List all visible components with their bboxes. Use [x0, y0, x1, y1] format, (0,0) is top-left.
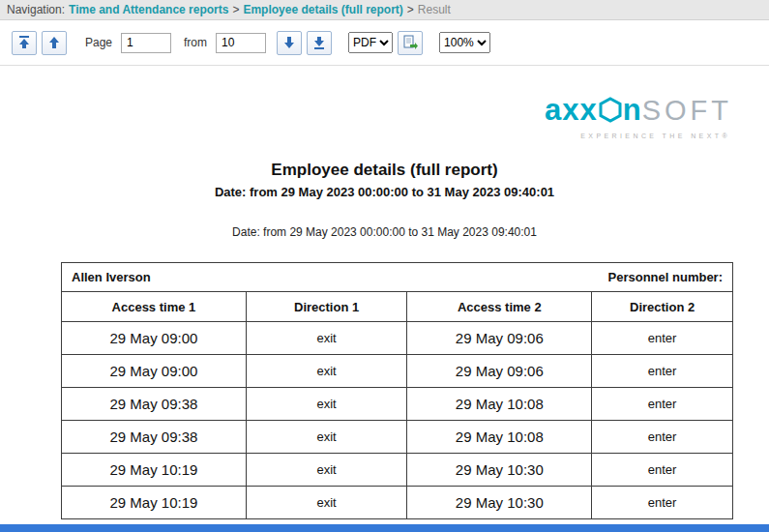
- table-row: 29 May 10:19exit29 May 10:30enter: [62, 454, 733, 487]
- first-page-button[interactable]: [12, 31, 37, 55]
- breadcrumb-prefix: Navigation:: [7, 3, 65, 16]
- access-time-cell: 29 May 10:30: [407, 487, 592, 519]
- direction-cell: exit: [246, 322, 407, 355]
- access-time-cell: 29 May 10:30: [407, 454, 592, 487]
- total-pages-input[interactable]: [216, 33, 266, 53]
- column-header: Direction 2: [592, 292, 733, 322]
- report-viewer: axxnSOFT EXPERIENCE THE NEXT® Employee d…: [0, 66, 769, 519]
- logo-tagline: EXPERIENCE THE NEXT®: [0, 133, 732, 139]
- access-time-cell: 29 May 10:19: [62, 487, 247, 519]
- previous-page-button[interactable]: [42, 31, 67, 55]
- direction-cell: exit: [246, 355, 407, 388]
- personnel-number-label: Personnel number:: [608, 270, 723, 284]
- arrow-down-to-bar-icon: [313, 36, 325, 49]
- access-time-cell: 29 May 09:38: [62, 388, 247, 421]
- direction-cell: exit: [246, 487, 407, 519]
- next-page-button[interactable]: [277, 31, 302, 55]
- report-subtitle: Date: from 29 May 2023 00:00:00 to 31 Ma…: [0, 185, 769, 199]
- export-icon: [402, 35, 418, 50]
- direction-cell: enter: [592, 454, 733, 487]
- axxonsoft-logo: axxnSOFT EXPERIENCE THE NEXT®: [0, 95, 769, 139]
- employee-header-row: Allen Iverson Personnel number:: [62, 263, 733, 292]
- direction-cell: enter: [592, 487, 733, 519]
- access-time-cell: 29 May 09:00: [62, 355, 247, 388]
- column-header: Direction 1: [246, 292, 407, 322]
- employee-name: Allen Iverson: [72, 270, 151, 284]
- breadcrumb-separator: >: [232, 3, 239, 16]
- report-date-line: Date: from 29 May 2023 00:00:00 to 31 Ma…: [0, 225, 769, 239]
- breadcrumb-current: Result: [418, 3, 451, 16]
- direction-cell: enter: [592, 322, 733, 355]
- breadcrumb-link-employee-details[interactable]: Employee details (full report): [243, 3, 402, 16]
- employee-report-table: Allen Iverson Personnel number: Access t…: [61, 262, 733, 519]
- last-page-button[interactable]: [307, 31, 332, 55]
- table-row: 29 May 09:38exit29 May 10:08enter: [62, 388, 733, 421]
- table-row: 29 May 10:19exit29 May 10:30enter: [62, 487, 733, 519]
- access-time-cell: 29 May 09:38: [62, 421, 247, 454]
- direction-cell: exit: [246, 388, 407, 421]
- access-time-cell: 29 May 10:08: [407, 388, 592, 421]
- breadcrumb-link-time-attendance[interactable]: Time and Attendance reports: [69, 3, 228, 16]
- access-time-cell: 29 May 10:19: [62, 454, 247, 487]
- horizontal-scrollbar[interactable]: [0, 524, 769, 532]
- page-input[interactable]: [121, 33, 171, 53]
- logo-text-n: n: [623, 93, 642, 127]
- arrow-up-to-bar-icon: [18, 36, 30, 49]
- column-header-row: Access time 1Direction 1Access time 2Dir…: [62, 292, 733, 322]
- direction-cell: enter: [592, 421, 733, 454]
- hexagon-icon: [599, 97, 622, 126]
- column-header: Access time 1: [62, 292, 247, 322]
- arrow-down-icon: [283, 36, 295, 49]
- export-format-select[interactable]: PDF: [348, 32, 393, 53]
- logo-text-soft: SOFT: [642, 95, 732, 126]
- table-row: 29 May 09:00exit29 May 09:06enter: [62, 355, 733, 388]
- access-time-cell: 29 May 09:06: [407, 322, 592, 355]
- table-row: 29 May 09:38exit29 May 10:08enter: [62, 421, 733, 454]
- column-header: Access time 2: [407, 292, 592, 322]
- arrow-up-icon: [48, 36, 60, 49]
- breadcrumb: Navigation: Time and Attendance reports …: [0, 0, 769, 20]
- breadcrumb-separator: >: [407, 3, 414, 16]
- direction-cell: exit: [246, 454, 407, 487]
- access-time-cell: 29 May 10:08: [407, 421, 592, 454]
- table-row: 29 May 09:00exit29 May 09:06enter: [62, 322, 733, 355]
- direction-cell: exit: [246, 421, 407, 454]
- access-time-cell: 29 May 09:00: [62, 322, 247, 355]
- zoom-select[interactable]: 100%: [439, 32, 490, 53]
- direction-cell: enter: [592, 355, 733, 388]
- from-label: from: [184, 36, 207, 49]
- report-toolbar: Page from PDF: [0, 20, 769, 66]
- logo-text-axx: axx: [545, 93, 598, 127]
- page-label: Page: [85, 36, 112, 49]
- access-time-cell: 29 May 09:06: [407, 355, 592, 388]
- direction-cell: enter: [592, 388, 733, 421]
- export-button[interactable]: [398, 31, 423, 55]
- report-title: Employee details (full report): [0, 161, 769, 180]
